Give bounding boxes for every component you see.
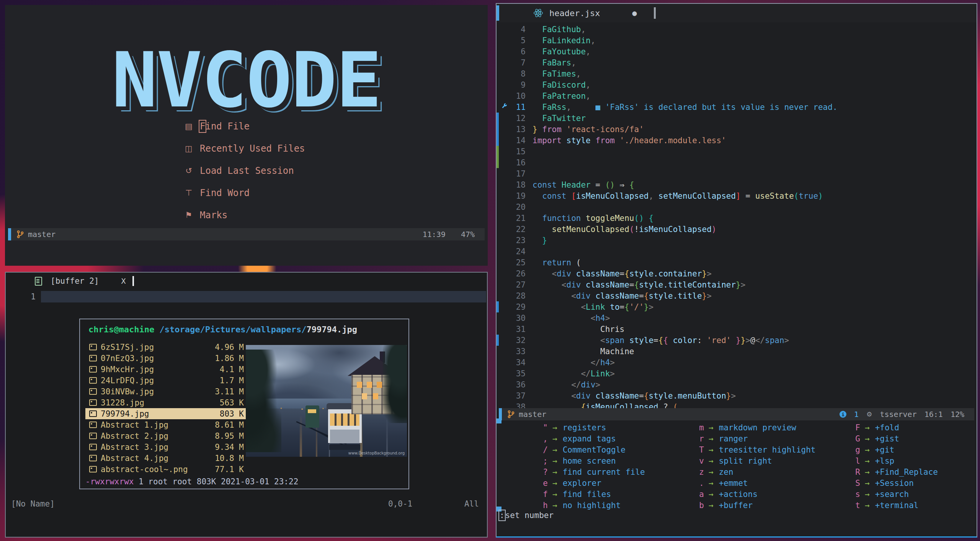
file-row[interactable]: 07nEzQ3.jpg1.86 M [85,353,246,364]
command-line[interactable]: : set number [500,511,554,520]
code-line[interactable]: 22 setMenuCollapsed(!isMenuCollapsed) [497,224,977,235]
file-row[interactable]: Abstract 1.jpg8.61 M [85,419,246,430]
whichkey-binding: ;→home screen [539,455,645,466]
binding-description: +git [875,445,895,454]
code-line[interactable]: 37 <div className={style.menuButton}> [497,390,977,401]
code-line[interactable]: 10 FaPatreon, [497,90,977,101]
gutter [497,201,499,212]
file-row[interactable]: 24LrDFQ.jpg1.7 M [85,375,246,386]
line-number: 23 [510,236,526,245]
gutter [497,24,499,35]
code-line[interactable]: 32 <span style={{ color: 'red' }}>@</spa… [497,335,977,346]
code-line[interactable]: 33 Machine [497,346,977,357]
line-number: 20 [510,203,526,212]
code-line[interactable]: 6 FaYoutube, [497,46,977,57]
binding-description: registers [563,423,606,432]
code-area[interactable]: 4 FaGithub,5 FaLinkedin,6 FaYoutube,7 Fa… [497,24,977,412]
code-line[interactable]: 31 Chris [497,324,977,335]
code-line[interactable]: 29 <Link to={'/'}> [497,301,977,312]
cursor-position: 0,0-1 [388,499,412,508]
preview-watermark: www.DesktopBackground.org [348,451,405,455]
code-line[interactable]: 21 function toggleMenu() { [497,212,977,224]
gutter [497,368,499,379]
gear-icon: ⚙ [866,410,872,418]
arrow-icon: → [552,456,557,466]
scroll-indicator: All [464,499,479,508]
binding-description: +Find_Replace [875,467,938,477]
code-line[interactable]: 34 </h4> [497,357,977,368]
binding-key: ; [539,456,548,466]
code-line[interactable]: 26 <div className={style.container}> [497,268,977,279]
code-line[interactable]: 18const Header = () ⇒ { [497,179,977,190]
binding-description: zen [719,467,733,477]
menu-item-label: Marks [200,210,227,221]
code-line[interactable]: 35 </Link> [497,368,977,379]
binding-key: f [539,490,548,499]
whichkey-binding: G→+gist [852,433,938,444]
line-number: 9 [510,80,526,90]
code-line[interactable]: 23 } [497,235,977,246]
line-number: 31 [510,325,526,334]
buffer-tab[interactable]: [buffer 2] X [6,274,134,288]
binding-key: z [696,467,704,477]
gutter [497,246,499,257]
code-line[interactable]: 17 [497,168,977,179]
file-size: 8.95 M [215,431,244,441]
dashboard-statusline: master 11:39 47% [8,228,485,240]
code-line[interactable]: 13} from 'react-icons/fa' [497,124,977,135]
code-text: <span style={{ color: 'red' }}>@</span> [532,336,789,345]
code-line[interactable]: 30 <h4> [497,312,977,324]
code-line[interactable]: 11 FaRss, ■ 'FaRss' is declared but its … [497,101,977,113]
menu-item-recently-used-files[interactable]: ◫Recently Used Files [184,137,305,160]
code-text: const [isMenuCollapsed, setMenuCollapsed… [532,191,823,201]
file-name: 24LrDFQ.jpg [101,376,154,385]
code-line[interactable]: 27 <div className={style.titleContainer}… [497,279,977,290]
file-row[interactable]: Abstract 3.jpg9.34 M [85,441,246,453]
file-row[interactable]: 799794.jpg803 K [85,408,246,419]
file-row[interactable]: abstract-cool~.png77.1 K [85,464,246,475]
code-line[interactable]: 25 return ( [497,257,977,268]
code-line[interactable]: 24 [497,246,977,257]
code-text: FaTwitter [532,114,586,123]
image-file-icon [89,433,97,439]
file-row[interactable]: 6zS17Sj.jpg4.96 M [85,342,246,353]
whichkey-binding: b→+buffer [696,500,816,511]
arrow-icon: → [709,445,714,454]
arrow-icon: → [709,456,714,466]
binding-key: G [852,434,860,443]
code-line[interactable]: 28 <div className={style.title}> [497,290,977,301]
menu-item-marks[interactable]: ⚑Marks [184,204,305,226]
menu-item-find-file[interactable]: ▤Find File [184,115,305,137]
code-line[interactable]: 7 FaBars, [497,57,977,68]
file-row[interactable]: Abstract 4.jpg10.8 M [85,453,246,464]
whichkey-binding: v→split right [696,455,816,466]
file-size: 803 K [220,409,244,418]
file-row[interactable]: 9hMxcHr.jpg4.1 M [85,364,246,375]
code-line[interactable]: 8 FaTimes, [497,68,977,79]
code-line[interactable]: 9 FaDiscord, [497,79,977,90]
shell-prompt: chris@machine /storage/Pictures/wallpape… [88,325,357,334]
code-line[interactable]: 20 [497,201,977,212]
code-line[interactable]: 14import style from './header.module.les… [497,135,977,146]
binding-description: +emmet [719,479,748,488]
code-line[interactable]: 36 </div> [497,379,977,390]
menu-item-find-word[interactable]: ⊤Find Word [184,182,305,204]
code-line[interactable]: 15 [497,146,977,157]
file-row[interactable]: Abstract 2.jpg8.95 M [85,430,246,441]
code-line[interactable]: 5 FaLinkedin, [497,35,977,46]
code-line[interactable]: 19 const [isMenuCollapsed, setMenuCollap… [497,190,977,201]
buffer-line-1[interactable]: 1 [6,291,487,302]
file-row[interactable]: 31228.jpg563 K [85,397,246,408]
menu-item-load-last-session[interactable]: ↺Load Last Session [184,160,305,182]
file-row[interactable]: 30iNVBw.jpg3.11 M [85,386,246,397]
editor-tab[interactable]: header.jsx ● [533,4,656,22]
preview-trees-right [383,345,407,423]
whichkey-binding: a→+actions [696,489,816,500]
line-number: 30 [510,314,526,323]
code-line[interactable]: 12 FaTwitter [497,113,977,124]
code-line[interactable]: 16 [497,157,977,168]
close-icon[interactable]: X [121,276,126,286]
git-gutter-mark [497,146,499,157]
line-number: 12 [510,114,526,123]
code-line[interactable]: 4 FaGithub, [497,24,977,35]
